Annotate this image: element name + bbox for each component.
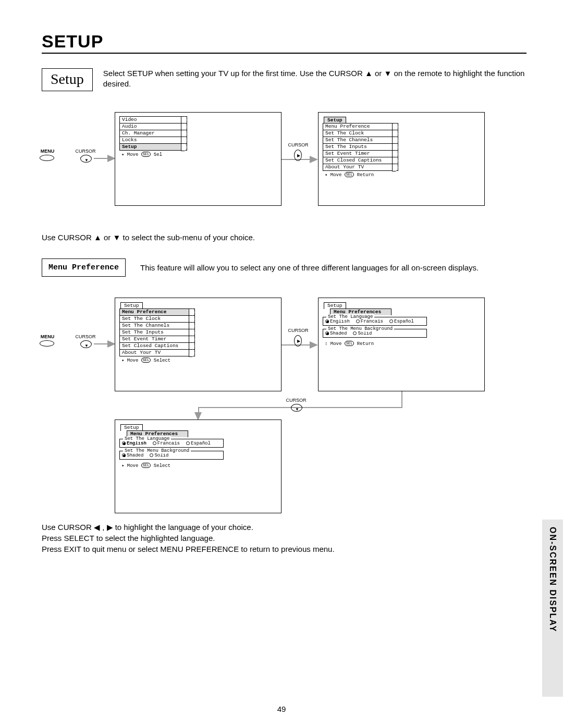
background-group: Set The Menu BackgroundShadedSolid xyxy=(119,451,224,460)
radio-option: English xyxy=(122,441,146,446)
osd-screen-setup-highlight: SetupMenu PreferenceSet The ClockSet The… xyxy=(115,298,282,391)
cursor-label-4: CURSOR xyxy=(287,328,310,333)
menu-preference-heading-box: Menu Preference xyxy=(42,258,126,277)
menu-item: Video xyxy=(119,116,187,124)
cursor-down-icon-2: ▼ xyxy=(80,340,92,348)
menu-item: Set Event Timer xyxy=(119,336,195,343)
osd-screen-main-menu: VideoAudioCh. ManagerLocksSetup✦ Move SE… xyxy=(115,112,282,206)
cursor-label-5: CURSOR xyxy=(285,398,308,403)
menu-item: Menu Preference xyxy=(119,309,195,316)
menu-item: Menu Preference xyxy=(323,123,398,130)
cursor-down-icon-3: ▼ xyxy=(291,404,302,412)
menu-item: Set The Clock xyxy=(119,315,195,323)
cursor-down-icon: ▼ xyxy=(80,155,92,163)
cursor-right-icon: ▶ xyxy=(294,150,302,161)
section-side-tab: ON-SCREEN DISPLAY xyxy=(542,520,563,697)
menu-item: Setup xyxy=(119,143,187,151)
radio-option: Español xyxy=(186,441,211,446)
page-number: 49 xyxy=(0,705,563,713)
intro-text: Select SETUP when setting your TV up for… xyxy=(103,68,527,90)
cursor-label-2: CURSOR xyxy=(287,142,310,147)
radio-option: Shaded xyxy=(122,453,143,458)
cursor-label-1: CURSOR xyxy=(74,149,97,154)
menu-button-icon xyxy=(40,155,54,161)
radio-option: Francais xyxy=(356,319,383,324)
language-group: Set The LanguageEnglishFrancaisEspañol xyxy=(323,317,427,326)
osd-hint: ↕ Move SEL Return xyxy=(325,341,427,347)
menu-preference-text: This feature will allow you to select an… xyxy=(140,263,527,272)
menu-button-label: MENU xyxy=(39,149,56,154)
menu-item: About Your TV xyxy=(323,164,398,171)
menu-button-icon-2 xyxy=(40,340,54,347)
menu-item: Set Closed Captions xyxy=(323,157,398,164)
osd-screen-menu-preferences: SetupMenu PreferencesSet The LanguageEng… xyxy=(318,298,485,391)
radio-option: Solid xyxy=(353,331,372,336)
menu-item: Set The Channels xyxy=(323,137,398,144)
radio-option: English xyxy=(325,319,350,324)
menu-item: Set The Inputs xyxy=(119,329,195,336)
osd-hint: ✦ Move SEL Sel xyxy=(121,152,187,157)
radio-option: Solid xyxy=(150,453,168,458)
cursor-right-icon-2: ▶ xyxy=(294,335,302,347)
osd-screen-menu-preferences-select: SetupMenu PreferencesSet The LanguageEng… xyxy=(115,419,282,513)
menu-button-label-2: MENU xyxy=(39,334,56,339)
language-group: Set The LanguageEnglishFrancaisEspañol xyxy=(119,439,224,448)
menu-item: About Your TV xyxy=(119,349,195,356)
menu-item: Set The Inputs xyxy=(323,143,398,151)
osd-hint: ✦ Move SEL Return xyxy=(325,172,398,178)
setup-heading-box: Setup xyxy=(42,68,93,91)
osd-hint: ✦ Move SEL Select xyxy=(121,357,195,363)
footer-line-3: Press EXIT to quit menu or select MENU P… xyxy=(42,544,527,554)
background-group: Set The Menu BackgroundShadedSolid xyxy=(323,329,427,338)
side-tab-label: ON-SCREEN DISPLAY xyxy=(548,527,557,632)
cursor-label-3: CURSOR xyxy=(74,334,97,339)
mid-instruction: Use CURSOR ▲ or ▼ to select the sub-menu… xyxy=(42,232,527,243)
menu-item: Set The Channels xyxy=(119,322,195,329)
flow-section-2: MENU CURSOR ▼ SetupMenu PreferenceSet Th… xyxy=(42,298,527,516)
page-title: SETUP xyxy=(42,31,527,54)
menu-item: Audio xyxy=(119,123,187,130)
footer-instructions: Use CURSOR ◀ , ▶ to highlight the langua… xyxy=(42,522,527,554)
osd-hint: ✦ Move SEL Select xyxy=(121,463,224,468)
menu-item: Ch. Manager xyxy=(119,130,187,137)
menu-item: Set Closed Captions xyxy=(119,342,195,350)
footer-line-1: Use CURSOR ◀ , ▶ to highlight the langua… xyxy=(42,522,527,533)
footer-line-2: Press SELECT to select the highlighted l… xyxy=(42,533,527,544)
radio-option: Shaded xyxy=(325,331,347,336)
menu-item: Set The Clock xyxy=(323,130,398,137)
osd-screen-setup-menu: SetupMenu PreferenceSet The ClockSet The… xyxy=(318,112,485,206)
menu-item: Set Event Timer xyxy=(323,150,398,157)
radio-option: Francais xyxy=(153,441,180,446)
radio-option: Español xyxy=(389,319,414,324)
menu-item: Locks xyxy=(119,137,187,144)
flow-row-1: MENU CURSOR ▼ VideoAudioCh. ManagerLocks… xyxy=(42,112,527,216)
